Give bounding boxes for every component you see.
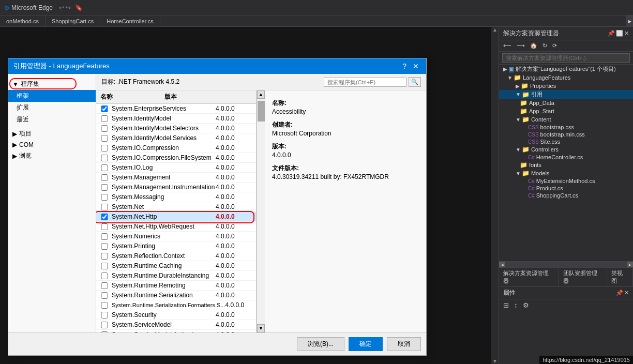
tree-controllers[interactable]: ▼ 📁 Controllers (499, 145, 633, 154)
tree-project[interactable]: ▼ 📁 LanguageFeatures (499, 73, 633, 82)
tree-app-data[interactable]: 📁 App_Data (499, 99, 633, 107)
checkbox-messaging[interactable] (100, 194, 109, 201)
scroll-thumb[interactable] (258, 101, 265, 122)
tree-references[interactable]: ▼ 📁 引用 (499, 90, 633, 99)
tab-shoppingcart[interactable]: ShoppingCart.cs (46, 16, 100, 26)
tree-shoppingcart[interactable]: C# ShoppingCart.cs (499, 192, 633, 199)
checkbox-iocompressionfs[interactable] (100, 155, 109, 161)
list-row[interactable]: System.IO.Compression 4.0.0.0 (96, 143, 256, 153)
checkbox-iocompression[interactable] (100, 145, 109, 151)
checkbox-enterpriseservices[interactable] (100, 105, 109, 112)
dialog-close-button[interactable]: ✕ (411, 62, 421, 70)
browse-button[interactable]: 浏览(B)... (297, 337, 344, 351)
checkbox-identitymodelservices[interactable] (100, 135, 109, 142)
search-assemblies-input[interactable] (324, 78, 406, 87)
list-scrollbar[interactable]: ▲ ▼ (257, 90, 265, 332)
pin-button[interactable]: 📌 (608, 30, 615, 37)
list-row[interactable]: System.Net 4.0.0.0 (96, 202, 256, 212)
toolbar-btn-1[interactable]: ⟵ (501, 41, 514, 50)
tree-fonts[interactable]: 📁 fonts (499, 161, 633, 169)
tree-homecontroller[interactable]: C# HomeController.cs (499, 154, 633, 161)
cancel-button[interactable]: 取消 (387, 337, 421, 351)
list-row[interactable]: System.Management 4.0.0.0 (96, 173, 256, 183)
list-row[interactable]: System.Management.Instrumentation 4.0.0.… (96, 183, 256, 192)
solution-hscroll[interactable]: ◂ ▸ (499, 261, 633, 267)
list-row-nethttp[interactable]: System.Net.Http 4.0.0.0 (96, 212, 256, 222)
scroll-down-arrow[interactable]: ▼ (257, 324, 265, 332)
checkbox-nethttp[interactable] (100, 214, 109, 220)
maximize-button[interactable]: ⬜ (616, 30, 623, 37)
list-row[interactable]: System.IdentityModel.Services 4.0.0.0 (96, 133, 256, 143)
solution-search-input[interactable] (502, 53, 630, 63)
prop-sort-button[interactable]: ↕ (512, 300, 520, 310)
scroll-up-arrow[interactable]: ▲ (257, 90, 265, 99)
checkbox-net[interactable] (100, 204, 109, 210)
checkbox-servicemodelactivation[interactable] (100, 331, 109, 333)
list-row[interactable]: System.Net.Http.WebRequest 4.0.0.0 (96, 222, 256, 232)
list-row[interactable]: System.ServiceModel 4.0.0.0 (96, 320, 256, 330)
checkbox-identitymodel[interactable] (100, 115, 109, 122)
checkbox-servicemodel[interactable] (100, 322, 109, 328)
checkbox-printing[interactable] (100, 243, 109, 250)
checkbox-numerics[interactable] (100, 233, 109, 240)
tree-bootstrap-css[interactable]: CSS bootstrap.css (499, 124, 633, 131)
list-row[interactable]: System.Runtime.Serialization.Formatters.… (96, 300, 256, 310)
checkbox-managementinstrumentation[interactable] (100, 184, 109, 191)
tab-homecontroller[interactable]: HomeController.cs (100, 16, 160, 26)
list-row[interactable]: System.IdentityModel.Selectors 4.0.0.0 (96, 124, 256, 133)
list-row[interactable]: System.Printing 4.0.0.0 (96, 241, 256, 251)
list-row[interactable]: System.Runtime.Serialization 4.0.0.0 (96, 291, 256, 300)
list-row[interactable]: System.IdentityModel 4.0.0.0 (96, 114, 256, 124)
checkbox-runtimecaching[interactable] (100, 263, 109, 269)
prop-settings-button[interactable]: ⚙ (521, 300, 531, 310)
sidebar-item-recent[interactable]: 最近 (8, 114, 96, 126)
hscroll-left[interactable]: ◂ (499, 262, 505, 268)
prop-grid-button[interactable]: ⊞ (501, 300, 511, 310)
list-row[interactable]: System.EnterpriseServices 4.0.0.0 (96, 104, 256, 114)
checkbox-security[interactable] (100, 312, 109, 318)
checkbox-identitymodelselectors[interactable] (100, 125, 109, 132)
sidebar-section-projects[interactable]: ▶ 项目 (8, 128, 96, 140)
list-row[interactable]: System.Security 4.0.0.0 (96, 310, 256, 320)
list-row[interactable]: System.Messaging 4.0.0.0 (96, 192, 256, 202)
tree-product[interactable]: C# Product.cs (499, 185, 633, 192)
tree-site-css[interactable]: CSS Site.css (499, 138, 633, 145)
sidebar-section-com[interactable]: ▶ COM (8, 140, 96, 150)
checkbox-management[interactable] (100, 174, 109, 181)
checkbox-runtimeserialization[interactable] (100, 292, 109, 299)
tree-properties[interactable]: ▶ 📁 Properties (499, 82, 633, 90)
list-row[interactable]: System.IO.Compression.FileSystem 4.0.0.0 (96, 153, 256, 163)
dialog-help-button[interactable]: ? (400, 62, 409, 70)
list-row[interactable]: System.Runtime.Remoting 4.0.0.0 (96, 281, 256, 291)
prop-close-button[interactable]: ✕ (624, 289, 629, 297)
close-se-button[interactable]: ✕ (624, 30, 629, 37)
toolbar-btn-2[interactable]: ⟶ (515, 41, 527, 50)
toolbar-btn-sync[interactable]: ↻ (540, 41, 549, 50)
tab-team-explorer[interactable]: 团队资源管理器 (559, 268, 608, 286)
list-row[interactable]: System.Reflection.Context 4.0.0.0 (96, 251, 256, 261)
search-button[interactable]: 🔍 (409, 77, 421, 87)
tree-bootstrap-min-css[interactable]: CSS bootstrap.min.css (499, 131, 633, 138)
tree-content[interactable]: ▼ 📁 Content (499, 115, 633, 124)
sidebar-item-framework[interactable]: 框架 (8, 90, 96, 102)
prop-pin-button[interactable]: 📌 (616, 289, 623, 297)
sidebar-section-browse[interactable]: ▶ 浏览 (8, 150, 96, 162)
list-row[interactable]: System.ServiceModel.Activation 4.0.0.0 (96, 330, 256, 332)
tree-app-start[interactable]: 📁 App_Start (499, 107, 633, 115)
tree-myextensionmethod[interactable]: C# MyExtensionMethod.cs (499, 177, 633, 185)
checkbox-runtimeserializationformatters[interactable] (100, 302, 109, 309)
checkbox-runtimedurableinstancing[interactable] (100, 272, 109, 279)
list-row[interactable]: System.IO.Log 4.0.0.0 (96, 163, 256, 173)
hscroll-right[interactable]: ▸ (627, 262, 633, 268)
checkbox-runtimeremoting[interactable] (100, 282, 109, 289)
checkbox-nethttpwebrequest[interactable] (100, 223, 109, 230)
sidebar-section-assemblies-header[interactable]: ▼ 程序集 (8, 78, 96, 90)
tab-class-view[interactable]: 类视图 (607, 268, 633, 286)
toolbar-btn-home[interactable]: 🏠 (528, 41, 539, 50)
toolbar-btn-refresh[interactable]: ⟳ (550, 41, 559, 50)
checkbox-reflectioncontext[interactable] (100, 253, 109, 260)
tab-onmethod[interactable]: onMethod.cs (0, 16, 46, 26)
ok-button[interactable]: 确定 (349, 337, 383, 351)
sidebar-item-extensions[interactable]: 扩展 (8, 102, 96, 114)
tree-solution-root[interactable]: ▶ ▣ 解决方案"LanguageFeatures"(1 个项目) (499, 65, 633, 73)
